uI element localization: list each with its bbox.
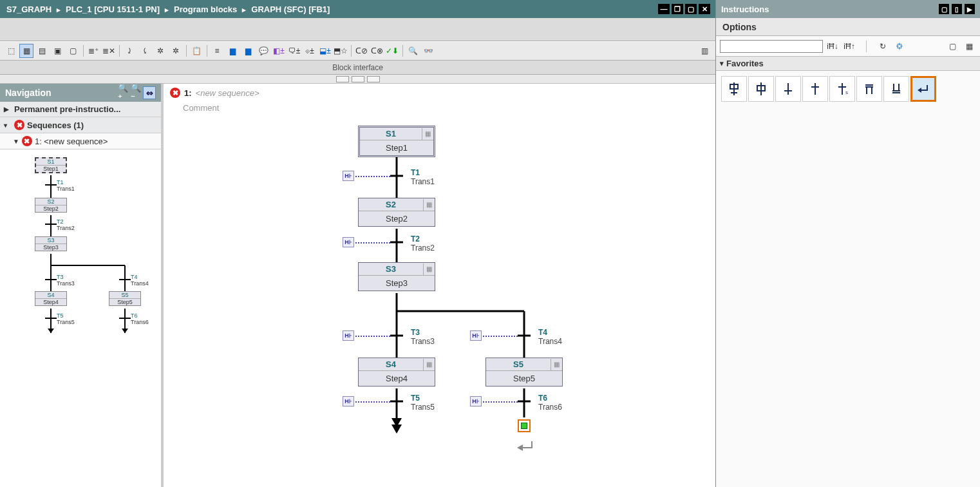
iface-tab-2[interactable] bbox=[352, 76, 364, 82]
tool-21[interactable]: ⬒☆ bbox=[334, 44, 348, 58]
interlock-icon[interactable]: H⊦ bbox=[343, 237, 354, 247]
restore-button[interactable]: ❐ bbox=[672, 4, 683, 14]
panel-view-1-icon[interactable]: ▢ bbox=[945, 39, 959, 53]
sort-desc-icon[interactable]: iĦ↑ bbox=[842, 39, 856, 53]
seq-comment[interactable]: Comment bbox=[164, 102, 715, 118]
tool-26[interactable]: 👓 bbox=[421, 44, 435, 58]
instructions-title: Instructions bbox=[721, 5, 769, 14]
fit-view-icon[interactable]: ⇔ bbox=[143, 86, 156, 99]
trans-t3[interactable]: T3Trans3 bbox=[411, 328, 435, 346]
trans-t4[interactable]: T4Trans4 bbox=[538, 328, 562, 346]
breadcrumb-2[interactable]: Program blocks bbox=[174, 5, 237, 14]
tool-5[interactable]: ▢ bbox=[66, 44, 80, 58]
error-icon: ✖ bbox=[22, 136, 32, 146]
jump-target[interactable] bbox=[518, 419, 531, 432]
tool-17[interactable]: ◧± bbox=[272, 44, 286, 58]
tool-4[interactable]: ▣ bbox=[50, 44, 64, 58]
nav-sequences[interactable]: ▾ ✖ Sequences (1) bbox=[0, 117, 161, 133]
tool-3[interactable]: ▤ bbox=[35, 44, 49, 58]
interlock-icon[interactable]: H⊦ bbox=[470, 396, 482, 406]
fav-sim-branch-icon[interactable]: s bbox=[829, 76, 855, 102]
svg-text:s: s bbox=[845, 90, 848, 95]
zoom-out-icon[interactable]: 🔍⁻ bbox=[130, 86, 143, 99]
panel-view-2-icon[interactable]: ▦ bbox=[962, 39, 976, 53]
tool-10[interactable]: ✲ bbox=[153, 44, 167, 58]
step-actions-icon: ▦ bbox=[422, 128, 433, 140]
breadcrumb-0[interactable]: S7_GRAPH bbox=[6, 5, 52, 14]
tool-7[interactable]: ≣✕ bbox=[102, 44, 116, 58]
tool-9[interactable]: ⤹ bbox=[138, 44, 152, 58]
tool-25[interactable]: 🔍 bbox=[406, 44, 420, 58]
panel-icon-2[interactable]: ▯ bbox=[952, 4, 962, 14]
minimize-button[interactable]: — bbox=[658, 4, 670, 14]
fav-alt-branch-open-icon[interactable] bbox=[856, 76, 882, 102]
nav-overview[interactable]: S1Step1 S2Step2 S3Step3 S4Step4 S5Step5 … bbox=[3, 156, 158, 343]
titlebar: S7_GRAPH PLC_1 [CPU 1511-1 PN] Program b… bbox=[0, 0, 715, 18]
editor-toolbar: ⬚ ▦ ▤ ▣ ▢ ≣⁺ ≣✕ ⤸ ⤹ ✲ ✲ 📋 ≡ ▆ ▆ 💬 ◧± 🗨± … bbox=[0, 41, 715, 61]
trans-t5[interactable]: T5Trans5 bbox=[411, 394, 435, 412]
trans-t2[interactable]: T2Trans2 bbox=[411, 234, 435, 253]
interlock-icon[interactable]: H⊦ bbox=[343, 330, 354, 341]
link-icon[interactable]: ⯐ bbox=[892, 39, 907, 53]
step-s3[interactable]: S3▦ Step3 bbox=[358, 262, 435, 291]
fav-trans-up-icon[interactable] bbox=[802, 76, 828, 102]
tool-24[interactable]: ✓⬇ bbox=[385, 44, 399, 58]
tool-20[interactable]: ⬓± bbox=[318, 44, 332, 58]
tool-15[interactable]: ▆ bbox=[241, 44, 255, 58]
interlock-icon[interactable]: H⊦ bbox=[470, 330, 482, 341]
error-icon: ✖ bbox=[14, 120, 24, 130]
tool-2[interactable]: ▦ bbox=[19, 44, 33, 58]
tool-8[interactable]: ⤸ bbox=[122, 44, 137, 58]
tool-19[interactable]: ⟐± bbox=[303, 44, 317, 58]
tool-1[interactable]: ⬚ bbox=[4, 44, 18, 58]
step-s4[interactable]: S4▦ Step4 bbox=[358, 358, 435, 387]
trans-t6[interactable]: T6Trans6 bbox=[538, 394, 562, 412]
refresh-icon[interactable]: ↻ bbox=[876, 39, 890, 53]
svg-marker-51 bbox=[918, 88, 921, 93]
tool-18[interactable]: 🗨± bbox=[287, 44, 301, 58]
graph-editor[interactable]: ✖ 1: <new sequence> Comment bbox=[164, 84, 715, 487]
iface-tab-1[interactable] bbox=[336, 76, 349, 82]
tool-6[interactable]: ≣⁺ bbox=[86, 44, 100, 58]
panel-expand-icon[interactable]: ▶ bbox=[965, 4, 975, 14]
favorites-header[interactable]: ▾ Favorites bbox=[716, 57, 980, 71]
iface-tab-3[interactable] bbox=[367, 76, 380, 82]
tool-27[interactable]: ▥ bbox=[697, 44, 711, 58]
trans-t1[interactable]: T1Trans1 bbox=[411, 168, 435, 186]
tool-22[interactable]: ᑕ⊘ bbox=[354, 44, 368, 58]
tool-16[interactable]: 💬 bbox=[256, 44, 270, 58]
tool-13[interactable]: ≡ bbox=[210, 44, 224, 58]
panel-icon-1[interactable]: ▢ bbox=[939, 4, 949, 14]
tool-14[interactable]: ▆ bbox=[225, 44, 240, 58]
fav-step-icon[interactable] bbox=[748, 76, 774, 102]
breadcrumb-3[interactable]: GRAPH (SFC) [FB1] bbox=[251, 5, 330, 14]
interlock-icon[interactable]: H⊦ bbox=[343, 171, 354, 181]
nav-pre-instructions[interactable]: ▶ Permanent pre-instructio... bbox=[0, 102, 161, 117]
fav-sequence-end-icon[interactable] bbox=[910, 76, 936, 102]
navigation-panel: Navigation 🔍⁺ 🔍⁻ ⇔ ▶ Permanent pre-instr… bbox=[0, 84, 164, 487]
fav-step-trans-icon[interactable] bbox=[721, 76, 747, 102]
zoom-in-icon[interactable]: 🔍⁺ bbox=[117, 86, 130, 99]
tool-23[interactable]: ᑕ⊗ bbox=[370, 44, 384, 58]
breadcrumb-1[interactable]: PLC_1 [CPU 1511-1 PN] bbox=[66, 5, 160, 14]
svg-marker-30 bbox=[517, 444, 523, 451]
step-s2[interactable]: S2▦ Step2 bbox=[358, 198, 435, 227]
interlock-icon[interactable]: H⊦ bbox=[343, 396, 354, 406]
interface-tabs bbox=[0, 75, 715, 84]
tool-12[interactable]: 📋 bbox=[189, 44, 203, 58]
instructions-panel: Instructions ▢ ▯ ▶ Options iĦ↓ iĦ↑ ↻ ⯐ ▢… bbox=[716, 0, 980, 487]
tool-11[interactable]: ✲ bbox=[169, 44, 183, 58]
seq-name[interactable]: <new sequence> bbox=[196, 88, 259, 98]
step-s5[interactable]: S5▦ Step5 bbox=[485, 358, 563, 387]
block-interface-bar[interactable]: Block interface bbox=[0, 61, 715, 75]
sort-asc-icon[interactable]: iĦ↓ bbox=[825, 39, 840, 53]
options-header[interactable]: Options bbox=[716, 18, 980, 36]
nav-sequence-1[interactable]: ▼ ✖ 1: <new sequence> bbox=[0, 133, 161, 149]
maximize-button[interactable]: ▢ bbox=[685, 4, 697, 14]
step-s1[interactable]: S1▦ Step1 bbox=[358, 126, 435, 157]
search-input[interactable] bbox=[720, 40, 823, 53]
fav-trans-down-icon[interactable] bbox=[775, 76, 801, 102]
nav-header: Navigation 🔍⁺ 🔍⁻ ⇔ bbox=[0, 84, 161, 102]
close-button[interactable]: ✕ bbox=[699, 4, 710, 14]
fav-alt-branch-close-icon[interactable] bbox=[883, 76, 909, 102]
